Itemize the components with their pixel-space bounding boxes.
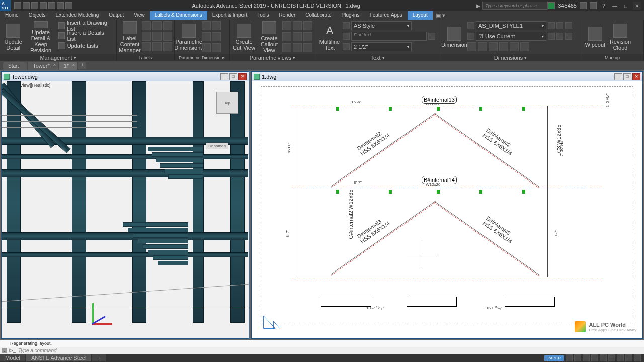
dim-aligned-icon[interactable] (478, 42, 487, 51)
customize-icon[interactable] (634, 354, 641, 361)
dim-tool-icon[interactable] (212, 21, 221, 30)
view-tool-icon[interactable] (282, 32, 291, 41)
label-tool-icon[interactable] (142, 32, 151, 41)
dim-linear-icon[interactable] (467, 42, 476, 51)
plot-icon[interactable] (48, 2, 55, 9)
view-cube[interactable]: Top (216, 92, 238, 114)
tab-home[interactable]: Home (0, 11, 24, 20)
model-tab[interactable]: Model (0, 354, 25, 361)
insert-drawing-list-button[interactable]: Insert a Drawing List (57, 21, 114, 30)
panel-title-text[interactable]: Text ▾ (315, 54, 440, 61)
annotation-toggle-icon[interactable] (617, 354, 624, 361)
view-tool-icon[interactable] (293, 32, 302, 41)
label-tool-icon[interactable] (163, 42, 172, 51)
update-keep-revision-button[interactable]: Update Detail & Keep Revision (26, 21, 56, 53)
tab-layout[interactable]: Layout (408, 11, 433, 20)
workspace-icon[interactable] (625, 354, 632, 361)
dim-angular-icon[interactable] (489, 42, 498, 51)
dim-tool-icon[interactable] (212, 32, 221, 41)
dim-tool-icon[interactable] (556, 22, 564, 29)
app-menu-button[interactable]: ASTL (0, 0, 11, 11)
tab-objects[interactable]: Objects (24, 11, 51, 20)
exchange-icon[interactable] (580, 2, 587, 9)
panel-title-parametric-views[interactable]: Parametric views ▾ (230, 54, 315, 61)
cloud-icon[interactable] (590, 2, 597, 9)
tab-overflow-icon[interactable]: ▣ ▾ (433, 11, 448, 20)
tab-export-import[interactable]: Export & Import (207, 11, 252, 20)
label-tool-icon[interactable] (142, 42, 151, 51)
dim-tool-icon[interactable] (565, 22, 572, 29)
tab-featured-apps[interactable]: Featured Apps (365, 11, 408, 20)
revision-cloud-button[interactable]: Revision Cloud (608, 21, 632, 53)
view-tool-icon[interactable] (293, 21, 302, 30)
find-go-icon[interactable] (428, 33, 435, 40)
text-style-icon[interactable] (343, 22, 350, 29)
view-tool-icon[interactable] (282, 43, 291, 52)
redo-icon[interactable] (65, 2, 72, 9)
save-icon[interactable] (31, 2, 38, 9)
tab-output[interactable]: Output (104, 11, 129, 20)
vp-close-button[interactable]: ✕ (238, 73, 247, 80)
search-input[interactable]: Type a keyword or phrase (482, 2, 548, 10)
maximize-button[interactable]: □ (622, 2, 630, 10)
dim-tool-icon[interactable] (202, 21, 211, 30)
paper-toggle[interactable]: PAPER (544, 355, 564, 361)
vp-maximize-button[interactable]: □ (229, 73, 237, 80)
doctab-1[interactable]: 1*✕ (59, 62, 77, 70)
create-cut-view-button[interactable]: Create Cut View (232, 21, 256, 53)
dim-tool-icon[interactable] (548, 22, 555, 29)
dim-style-icon[interactable] (467, 22, 474, 29)
new-icon[interactable] (14, 2, 21, 9)
tab-extended-modeling[interactable]: Extended Modeling (51, 11, 104, 20)
command-input[interactable]: Type a command (18, 348, 642, 353)
ucs-icon[interactable] (262, 312, 280, 330)
viewport-titlebar[interactable]: Tower.dwg — □ ✕ (2, 72, 249, 81)
viewport-canvas-3d[interactable]: [-][Main View][Realistic] (2, 81, 249, 338)
panel-title-dimensions[interactable]: Dimensions ▾ (440, 54, 581, 61)
layout-tab[interactable]: ANSI E Advance Steel (26, 354, 91, 361)
tab-tools[interactable]: Tools (252, 11, 274, 20)
label-tool-icon[interactable] (142, 21, 151, 30)
layer-icon[interactable] (467, 33, 474, 40)
saveas-icon[interactable] (40, 2, 47, 9)
label-tool-icon[interactable] (152, 32, 162, 41)
add-layout-button[interactable]: + (92, 354, 105, 361)
label-tool-icon[interactable] (163, 21, 172, 30)
text-style-select[interactable]: AS Style▾ (351, 21, 412, 30)
close-icon[interactable]: ✕ (53, 63, 56, 67)
command-handle-icon[interactable]: ⋮ (2, 348, 7, 353)
update-detail-button[interactable]: Update Detail (2, 21, 25, 53)
ortho-toggle-icon[interactable] (583, 354, 590, 361)
find-text-input[interactable]: Find text (351, 32, 427, 41)
dim-tool-icon[interactable] (202, 32, 211, 41)
panel-title-management[interactable]: Management ▾ (0, 54, 116, 61)
parametric-dimensions-button[interactable]: Parametric Dimensions (177, 21, 201, 53)
infocenter-arrow-icon[interactable]: ▶ (476, 3, 480, 9)
dimension-button[interactable]: Dimension (442, 21, 466, 53)
dim-tool-icon[interactable] (202, 43, 211, 52)
close-button[interactable]: ✕ (633, 2, 641, 10)
grid-toggle-icon[interactable] (566, 354, 573, 361)
tab-plugins[interactable]: Plug-ins (336, 11, 364, 20)
tab-render[interactable]: Render (274, 11, 301, 20)
tab-labels-dimensions[interactable]: Labels & Dimensions (150, 11, 207, 20)
osnap-toggle-icon[interactable] (600, 354, 607, 361)
viewport-canvas-2d[interactable]: B#internal13 W12x26 B#internal14 W12x26 … (252, 81, 642, 338)
multiline-text-button[interactable]: AMultiline Text (317, 21, 342, 53)
update-lists-button[interactable]: Update Lists (57, 41, 114, 50)
close-icon[interactable]: ✕ (72, 63, 75, 67)
signin-icon[interactable] (548, 2, 555, 9)
doctab-start[interactable]: Start (3, 62, 27, 70)
dim-tool-icon[interactable] (212, 43, 221, 52)
dim-tool-icon[interactable] (556, 33, 564, 40)
open-icon[interactable] (23, 2, 30, 9)
dim-diameter-icon[interactable] (520, 42, 529, 51)
dim-tool-icon[interactable] (548, 33, 555, 40)
label-tool-icon[interactable] (152, 21, 162, 30)
dim-style-select[interactable]: AS_DIM_STYLE1▾ (476, 21, 546, 30)
find-icon[interactable] (343, 33, 350, 40)
view-tool-icon[interactable] (303, 32, 312, 41)
view-tool-icon[interactable] (282, 21, 291, 30)
view-tool-icon[interactable] (293, 43, 302, 52)
help-icon[interactable]: ? (600, 2, 608, 10)
